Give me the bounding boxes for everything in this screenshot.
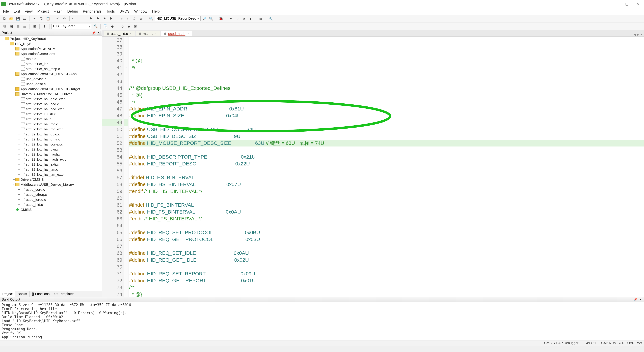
tree-node[interactable]: +stm32f1xx_hal_tim_ex.c (0, 172, 102, 177)
window-icon[interactable]: ▦ (258, 16, 264, 21)
tree-node[interactable]: +stm32f1xx_it.c (0, 61, 102, 66)
bookmark-prev-icon[interactable]: ⚑ (95, 16, 100, 21)
tree-node[interactable]: +stm32f1xx_hal_dma.c (0, 137, 102, 142)
menu-debug[interactable]: Debug (67, 9, 78, 13)
menu-window[interactable]: Window (134, 9, 147, 13)
bookmark-next-icon[interactable]: ⚑ (102, 16, 107, 21)
target-options-icon[interactable]: 🔨 (93, 23, 98, 29)
tree-node[interactable]: +usbd_desc.c (0, 81, 102, 86)
tree-node[interactable]: +stm32f1xx_hal_flash.c (0, 152, 102, 157)
paste-icon[interactable]: 📋 (45, 16, 51, 21)
tree-node[interactable]: +stm32f1xx_hal_flash_ex.c (0, 157, 102, 162)
outdent-icon[interactable]: ⇤ (125, 16, 131, 21)
configure-icon[interactable]: 🔧 (268, 16, 274, 21)
undo-icon[interactable]: ↶ (55, 16, 61, 21)
download-icon[interactable]: ⬇ (42, 23, 47, 29)
panel-close-icon[interactable]: ✕ (639, 298, 642, 301)
bookmark-icon[interactable]: ⚑ (88, 16, 94, 21)
tab-close-icon[interactable]: ✕ (640, 33, 643, 36)
breakpoint-disable-icon[interactable]: ○ (235, 16, 240, 21)
debug-icon[interactable]: 🐞 (218, 16, 224, 21)
new-file-icon[interactable]: 🗋 (2, 16, 8, 21)
editor-tab[interactable]: usbd_hid.c✕ (104, 31, 135, 36)
tree-node[interactable]: -HID_KeyBorad (0, 41, 102, 46)
menu-peripherals[interactable]: Peripherals (83, 9, 102, 13)
tree-node[interactable]: +stm32f1xx_hal_rcc_ex.c (0, 127, 102, 132)
tree-node[interactable]: +stm32f1xx_hal.c (0, 117, 102, 122)
tree-node[interactable]: +usbd_hid.c (0, 202, 102, 207)
breakpoint-enable-icon[interactable]: ◐ (248, 16, 254, 21)
project-tree[interactable]: -Project: HID_KeyBorad-HID_KeyBorad-Appl… (0, 35, 102, 291)
file-ext-icon[interactable]: 📄 (103, 23, 108, 29)
tab-close-icon[interactable]: ✕ (155, 32, 157, 35)
tree-node[interactable]: +usbd_ioreq.c (0, 197, 102, 202)
find-icon[interactable]: 🔍 (148, 16, 154, 21)
editor-tab[interactable]: usbd_hid.h✕ (161, 31, 192, 36)
tree-node[interactable]: +stm32f1xx_hal_tim.c (0, 167, 102, 172)
save-all-icon[interactable]: 🗃 (22, 16, 28, 21)
tree-node[interactable]: +stm32f1xx_hal_cortex.c (0, 142, 102, 147)
stop-build-icon[interactable]: ⊠ (32, 23, 38, 29)
uncomment-icon[interactable]: // (138, 16, 144, 21)
panel-pin-icon[interactable]: 📌 (92, 31, 96, 35)
comment-icon[interactable]: // (132, 16, 137, 21)
project-tab[interactable]: {} Functions (30, 291, 52, 297)
tree-node[interactable]: +usbd_ctlreq.c (0, 192, 102, 197)
tree-node[interactable]: +stm32f1xx_ll_usb.c (0, 112, 102, 117)
tree-node[interactable]: +usbd_core.c (0, 187, 102, 192)
rebuild-icon[interactable]: ▦ (15, 23, 21, 29)
panel-close-icon[interactable]: ✕ (97, 31, 100, 35)
menu-tools[interactable]: Tools (106, 9, 115, 13)
redo-icon[interactable]: ↷ (62, 16, 68, 21)
tree-node[interactable]: +stm32f1xx_hal_exti.c (0, 162, 102, 167)
tree-node[interactable]: +stm32f1xx_hal_msp.c (0, 66, 102, 71)
tree-node[interactable]: +Drivers/CMSIS (0, 177, 102, 182)
project-tab[interactable]: Books (15, 291, 30, 297)
tree-node[interactable]: CMSIS (0, 207, 102, 212)
tree-node[interactable]: -Application/MDK-ARM (0, 46, 102, 51)
menu-file[interactable]: File (3, 9, 9, 13)
open-file-icon[interactable]: 📂 (8, 16, 14, 21)
cut-icon[interactable]: ✂ (32, 16, 38, 21)
bookmark-clear-icon[interactable]: ⚑ (108, 16, 114, 21)
minimize-button[interactable]: ― (613, 1, 619, 7)
nav-fwd-icon[interactable]: ⟶ (78, 16, 84, 21)
copy-icon[interactable]: ⧉ (38, 16, 44, 21)
pack-installer-icon[interactable]: ◆ (126, 23, 132, 29)
tree-node[interactable]: +stm32f1xx_hal_pcd_ex.c (0, 107, 102, 112)
indent-icon[interactable]: ⇥ (118, 16, 124, 21)
tree-node[interactable]: -Application/User/USB_DEVICE/App (0, 71, 102, 76)
tree-node[interactable]: -Drivers/STM32F1xx_HAL_Driver (0, 91, 102, 96)
breakpoint-kill-icon[interactable]: ⊘ (242, 16, 247, 21)
menu-project[interactable]: Project (38, 9, 49, 13)
tab-nav-left-icon[interactable]: ◀ (634, 33, 636, 36)
tab-close-icon[interactable]: ✕ (187, 32, 189, 35)
menu-svcs[interactable]: SVCS (120, 9, 130, 13)
save-icon[interactable]: 💾 (15, 16, 21, 21)
tree-node[interactable]: +usb_device.c (0, 76, 102, 81)
tree-node[interactable]: +stm32f1xx_hal_pcd.c (0, 102, 102, 107)
editor-tab[interactable]: main.c✕ (136, 31, 160, 36)
tree-node[interactable]: +stm32f1xx_hal_gpio_ex.c (0, 96, 102, 102)
code-editor[interactable]: 3738394041424344454647484950515253545556… (102, 36, 644, 297)
pack-icon[interactable]: ◇ (119, 23, 125, 29)
tree-node[interactable]: -Middlewares/USB_Device_Library (0, 182, 102, 187)
tab-close-icon[interactable]: ✕ (130, 32, 132, 35)
panel-pin-icon[interactable]: 📌 (634, 298, 637, 301)
tree-node[interactable]: +stm32f1xx_hal_rcc.c (0, 122, 102, 127)
translate-icon[interactable]: ⎘ (2, 23, 8, 29)
menu-help[interactable]: Help (152, 9, 160, 13)
find-in-files-icon[interactable]: 🔎 (202, 16, 207, 21)
close-button[interactable]: ✕ (634, 1, 641, 7)
target-combo[interactable]: HID_KeyBorad (52, 24, 92, 29)
tree-node[interactable]: +main.c (0, 56, 102, 61)
tree-node[interactable]: +stm32f1xx_hal_gpio.c (0, 132, 102, 137)
incremental-find-icon[interactable]: 🔍 (208, 16, 214, 21)
tree-node[interactable]: -Application/User/Core (0, 51, 102, 56)
tree-node[interactable]: -Project: HID_KeyBorad (0, 36, 102, 41)
manage-icon[interactable]: ◆ (109, 23, 115, 29)
menu-view[interactable]: View (25, 9, 32, 13)
build-icon[interactable]: ▣ (8, 23, 14, 29)
batch-build-icon[interactable]: ☰ (22, 23, 28, 29)
rtx-icon[interactable]: ▣ (133, 23, 138, 29)
